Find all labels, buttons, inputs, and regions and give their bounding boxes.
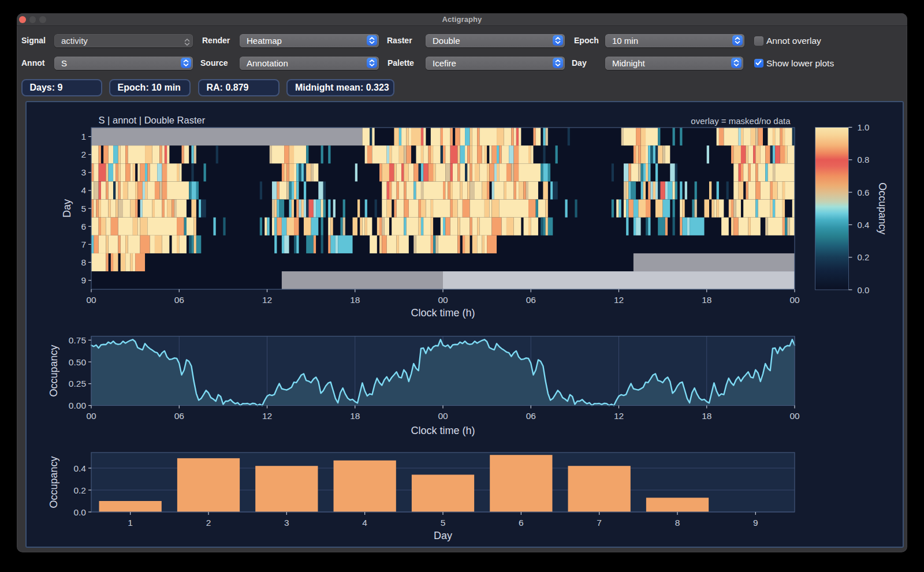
svg-text:5: 5 [81, 204, 86, 214]
svg-text:7: 7 [81, 240, 86, 249]
svg-text:0.2: 0.2 [73, 485, 86, 495]
svg-text:18: 18 [350, 411, 360, 421]
svg-text:00: 00 [438, 295, 448, 305]
svg-text:Day: Day [61, 199, 73, 218]
svg-text:00: 00 [789, 411, 800, 421]
svg-text:Clock time (h): Clock time (h) [411, 425, 475, 436]
svg-text:9: 9 [753, 518, 758, 528]
svg-text:0.0: 0.0 [857, 285, 869, 295]
svg-text:00: 00 [86, 411, 96, 421]
svg-text:00: 00 [86, 295, 96, 305]
svg-text:12: 12 [613, 295, 623, 305]
svg-text:8: 8 [81, 257, 86, 267]
svg-text:6: 6 [81, 222, 86, 231]
svg-text:0.0: 0.0 [73, 507, 86, 517]
svg-text:06: 06 [174, 411, 184, 421]
svg-text:0.00: 0.00 [68, 401, 86, 410]
svg-text:06: 06 [526, 295, 535, 305]
svg-text:3: 3 [284, 518, 289, 528]
svg-text:1: 1 [81, 132, 86, 141]
svg-text:5: 5 [440, 518, 445, 528]
svg-text:Occupancy: Occupancy [47, 456, 59, 508]
svg-text:18: 18 [702, 411, 711, 421]
svg-text:12: 12 [262, 411, 271, 421]
svg-text:2: 2 [81, 149, 86, 159]
svg-text:0.2: 0.2 [857, 252, 869, 262]
svg-text:Occupancy: Occupancy [47, 345, 59, 397]
svg-text:9: 9 [81, 275, 86, 285]
svg-text:06: 06 [526, 411, 535, 421]
svg-text:12: 12 [262, 295, 271, 305]
svg-text:12: 12 [613, 411, 623, 421]
svg-text:18: 18 [702, 295, 711, 305]
svg-text:Clock time (h): Clock time (h) [411, 307, 475, 319]
svg-text:3: 3 [81, 167, 86, 177]
svg-text:1: 1 [128, 518, 133, 528]
svg-text:Day: Day [433, 530, 452, 541]
svg-text:4: 4 [362, 518, 367, 528]
svg-text:18: 18 [350, 295, 360, 305]
svg-text:S | annot | Double Raster: S | annot | Double Raster [98, 115, 205, 125]
svg-text:0.50: 0.50 [68, 357, 86, 367]
svg-text:Occupancy: Occupancy [876, 182, 888, 234]
svg-text:06: 06 [174, 295, 184, 305]
svg-text:4: 4 [81, 185, 86, 195]
svg-text:2: 2 [206, 518, 211, 528]
svg-text:7: 7 [597, 518, 602, 528]
svg-text:00: 00 [789, 295, 800, 305]
svg-text:overlay = masked/no data: overlay = masked/no data [691, 116, 791, 126]
svg-text:6: 6 [519, 518, 524, 528]
svg-text:1.0: 1.0 [857, 122, 869, 132]
svg-text:00: 00 [438, 411, 448, 421]
svg-text:0.4: 0.4 [857, 220, 869, 230]
svg-text:0.6: 0.6 [857, 188, 869, 197]
svg-text:0.75: 0.75 [68, 335, 85, 345]
svg-text:0.4: 0.4 [73, 463, 86, 473]
svg-text:0.25: 0.25 [68, 379, 85, 388]
svg-text:8: 8 [675, 518, 680, 528]
svg-text:0.8: 0.8 [857, 155, 869, 165]
